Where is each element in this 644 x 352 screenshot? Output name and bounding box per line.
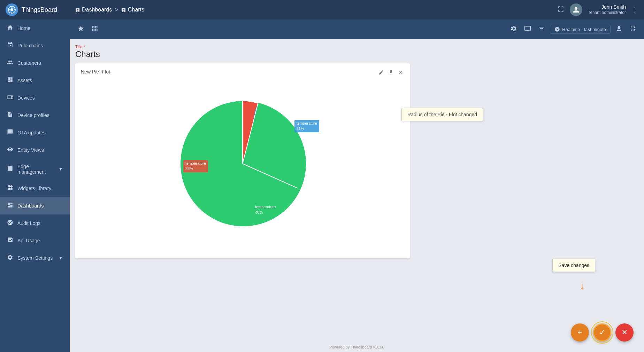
system-settings-icon [7,254,13,262]
realtime-badge[interactable]: Realtime - last minute [550,25,611,34]
sidebar-item-customers[interactable]: Customers [0,54,70,72]
settings-toolbar-button[interactable] [508,23,519,36]
assets-icon [7,77,13,84]
sidebar-item-api-usage[interactable]: Api Usage [0,232,70,249]
fab-confirm-button[interactable]: ✓ [593,323,611,342]
api-usage-icon [7,237,13,244]
dashboard-content: Title * Charts New Pie- Flot [70,39,644,352]
expand-toolbar-button[interactable] [627,23,638,36]
widget-title: New Pie- Flot [81,69,378,75]
edge-management-icon [7,165,13,173]
sidebar-item-ota-updates[interactable]: OTA updates [0,124,70,141]
fab-container: + ✓ ✕ [571,323,634,342]
filter-toolbar-button[interactable] [536,23,547,36]
sidebar-item-system-settings[interactable]: System Settings ▼ [0,249,70,267]
powered-by: Powered by Thingsboard v.3.3.0 [70,345,644,349]
avatar [570,3,582,16]
breadcrumb-separator: > [115,6,118,14]
pie-chart-container: temperature 33% temperature 21% temperat… [81,80,404,247]
ota-updates-icon [7,129,13,136]
sidebar-item-assets[interactable]: Assets [0,72,70,89]
sidebar-item-audit-logs[interactable]: Audit Logs [0,214,70,232]
customers-icon [7,59,13,67]
star-toolbar-button[interactable] [75,23,86,36]
pie-tooltip-callout: Radius of the Pie - Flot changed [401,108,483,121]
dashboards-nav-icon [7,202,13,210]
system-settings-arrow: ▼ [59,256,63,260]
navbar-right: John Smith Tenant administrator ⋮ [557,3,638,16]
entity-views-icon [7,146,13,154]
sidebar-item-device-profiles[interactable]: Device profiles [0,107,70,124]
breadcrumb: ▦ Dashboards > ▦ Charts [75,6,557,14]
save-arrow: ↓ [580,281,585,291]
dashboard-title: Charts [75,49,638,59]
widget-card: New Pie- Flot [75,63,410,258]
widget-download-button[interactable] [388,69,394,77]
brand-name: ThingsBoard [22,6,57,14]
edge-management-arrow: ▼ [59,167,63,172]
breadcrumb-current: ▦ Charts [121,7,144,13]
content-area: Realtime - last minute Title * Charts [70,19,644,352]
main-container: Home Rule chains Customers Assets Device… [0,19,644,352]
dashboard-toolbar: Realtime - last minute [70,19,644,39]
user-info: John Smith Tenant administrator [588,4,626,16]
sidebar-item-dashboards[interactable]: Dashboards [0,197,70,214]
user-name: John Smith [588,4,626,10]
user-role: Tenant administrator [588,10,626,16]
widgets-library-icon [7,185,13,192]
fab-add-button[interactable]: + [571,323,589,342]
breadcrumb-parent[interactable]: ▦ Dashboards [75,7,112,13]
title-label: Title * [75,45,638,49]
title-area: Title * Charts [75,45,638,59]
sidebar-item-edge-management[interactable]: Edge management ▼ [0,159,70,180]
download-toolbar-button[interactable] [613,23,624,36]
fullscreen-button[interactable] [557,6,564,14]
sidebar-item-widgets-library[interactable]: Widgets Library [0,180,70,197]
sidebar-item-entity-views[interactable]: Entity Views [0,141,70,159]
audit-logs-icon [7,219,13,227]
svg-point-1 [10,8,13,11]
device-profiles-icon [7,111,13,119]
sidebar-item-devices[interactable]: Devices [0,89,70,107]
devices-icon [7,94,13,102]
widget-actions [378,69,404,77]
fab-confirm-wrapper: ✓ [593,323,611,342]
brand: ThingsBoard [6,3,75,16]
widget-header: New Pie- Flot [81,69,404,77]
dashboards-icon: ▦ [75,7,80,13]
pie-chart-wrapper: temperature 33% temperature 21% temperat… [169,91,316,237]
fab-cancel-button[interactable]: ✕ [615,323,634,342]
widget-edit-button[interactable] [378,69,385,77]
rule-chains-icon [7,42,13,49]
top-navbar: ThingsBoard ▦ Dashboards > ▦ Charts John… [0,0,644,19]
sidebar-item-home[interactable]: Home [0,19,70,37]
home-icon [7,24,13,32]
widget-close-button[interactable] [397,69,404,77]
more-options-button[interactable]: ⋮ [631,6,638,14]
sidebar-item-rule-chains[interactable]: Rule chains [0,37,70,54]
grid-toolbar-button[interactable] [89,23,100,36]
save-changes-callout: Save changes [552,259,595,272]
pie-chart-svg [169,91,316,237]
brand-logo [6,3,18,16]
display-toolbar-button[interactable] [522,23,533,36]
charts-icon: ▦ [121,7,126,13]
sidebar: Home Rule chains Customers Assets Device… [0,19,70,352]
